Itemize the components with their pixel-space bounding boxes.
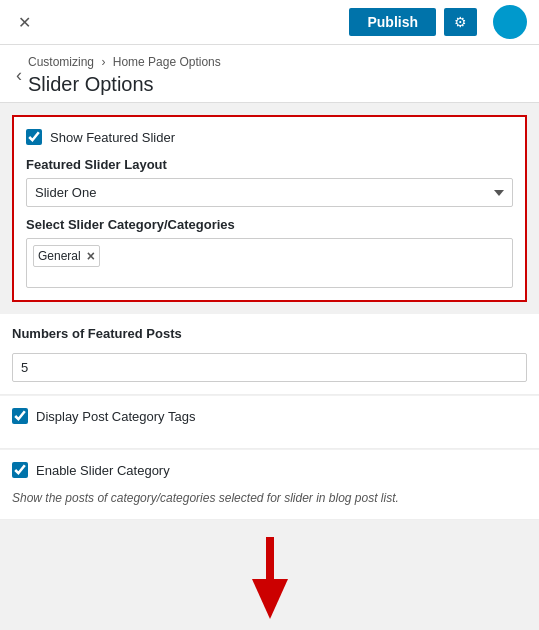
enable-slider-section: Enable Slider Category Show the posts of… <box>0 450 539 520</box>
header-bar: ✕ Publish ⚙ <box>0 0 539 45</box>
main-content: Show Featured Slider Featured Slider Lay… <box>0 103 539 630</box>
numbers-section: Numbers of Featured Posts <box>0 314 539 395</box>
category-tag-text: General <box>38 249 81 263</box>
numbers-label: Numbers of Featured Posts <box>12 326 527 341</box>
enable-slider-helper: Show the posts of category/categories se… <box>12 490 527 507</box>
breadcrumb-parent: Customizing <box>28 55 94 69</box>
back-button[interactable]: ‹ <box>16 65 28 86</box>
display-tags-row: Display Post Category Tags <box>12 408 527 424</box>
arrow-down-icon <box>252 579 288 619</box>
layout-label: Featured Slider Layout <box>26 157 513 172</box>
enable-slider-label[interactable]: Enable Slider Category <box>36 463 170 478</box>
show-featured-slider-checkbox[interactable] <box>26 129 42 145</box>
gear-button[interactable]: ⚙ <box>444 8 477 36</box>
annotation-area: Choose slider width : standard or full w… <box>0 521 539 630</box>
breadcrumb-child: Home Page Options <box>113 55 221 69</box>
publish-button[interactable]: Publish <box>349 8 436 36</box>
display-tags-label[interactable]: Display Post Category Tags <box>36 409 195 424</box>
avatar <box>493 5 527 39</box>
numbers-input[interactable] <box>12 353 527 382</box>
annotation-line1: Choose slider width : standard or full w… <box>147 625 391 630</box>
breadcrumb: Customizing › Home Page Options <box>28 55 221 69</box>
display-tags-checkbox[interactable] <box>12 408 28 424</box>
show-featured-slider-row: Show Featured Slider <box>26 129 513 145</box>
category-box: General × <box>26 238 513 288</box>
remove-category-button[interactable]: × <box>87 248 95 264</box>
category-tag: General × <box>33 245 100 267</box>
red-bordered-section: Show Featured Slider Featured Slider Lay… <box>12 115 527 302</box>
breadcrumb-arrow: › <box>101 55 105 69</box>
page-title: Slider Options <box>28 73 221 96</box>
enable-slider-row: Enable Slider Category <box>12 462 527 478</box>
enable-slider-checkbox[interactable] <box>12 462 28 478</box>
display-tags-section: Display Post Category Tags <box>0 396 539 449</box>
close-button[interactable]: ✕ <box>12 9 37 36</box>
category-label: Select Slider Category/Categories <box>26 217 513 232</box>
annotation-text: Choose slider width : standard or full w… <box>147 625 391 630</box>
layout-select[interactable]: Slider One Slider Two Slider Three <box>26 178 513 207</box>
breadcrumb-area: ‹ Customizing › Home Page Options Slider… <box>0 45 539 103</box>
show-featured-slider-label[interactable]: Show Featured Slider <box>50 130 175 145</box>
